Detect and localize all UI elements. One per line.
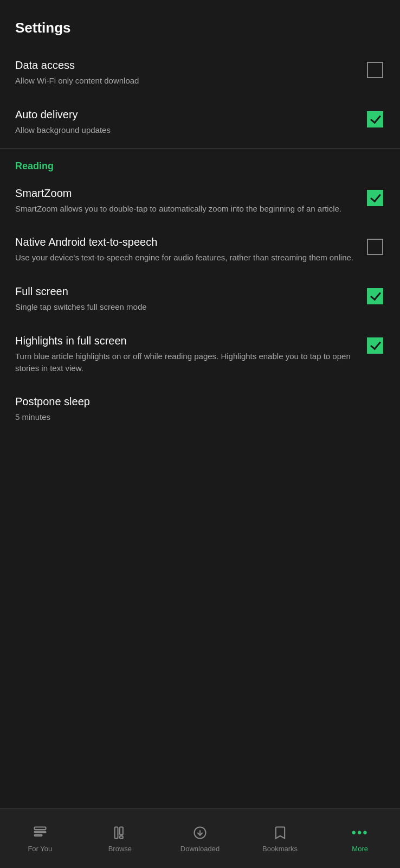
data-access-checkbox[interactable] bbox=[365, 60, 385, 80]
svg-rect-2 bbox=[34, 835, 42, 836]
auto-delivery-text: Auto delivery Allow background updates bbox=[15, 108, 365, 136]
browse-svg bbox=[112, 825, 127, 840]
nav-bookmarks[interactable]: Bookmarks bbox=[240, 809, 320, 868]
svg-rect-1 bbox=[34, 832, 46, 833]
native-tts-item: Native Android text-to-speech Use your d… bbox=[0, 226, 400, 276]
browse-icon bbox=[111, 824, 128, 841]
native-tts-desc: Use your device's text-to-speech engine … bbox=[15, 252, 354, 264]
for-you-label: For You bbox=[28, 845, 52, 853]
svg-rect-5 bbox=[120, 836, 123, 839]
postpone-sleep-desc: 5 minutes bbox=[15, 411, 374, 423]
highlights-checkbox[interactable] bbox=[365, 336, 385, 355]
full-screen-item: Full screen Single tap switches full scr… bbox=[0, 276, 400, 325]
for-you-icon bbox=[31, 824, 49, 841]
highlights-text: Highlights in full screen Turn blue arti… bbox=[15, 335, 365, 374]
data-access-item: Data access Allow Wi-Fi only content dow… bbox=[0, 49, 400, 99]
highlights-title: Highlights in full screen bbox=[15, 335, 354, 347]
nav-downloaded[interactable]: Downloaded bbox=[160, 809, 240, 868]
smart-zoom-text: SmartZoom SmartZoom allows you to double… bbox=[15, 187, 365, 215]
native-tts-checkbox-unchecked bbox=[367, 239, 383, 255]
data-access-text: Data access Allow Wi-Fi only content dow… bbox=[15, 59, 365, 87]
settings-page: Settings Data access Allow Wi-Fi only co… bbox=[0, 0, 400, 868]
more-dots: ••• bbox=[352, 826, 369, 839]
nav-browse[interactable]: Browse bbox=[80, 809, 160, 868]
full-screen-desc: Single tap switches full screen mode bbox=[15, 301, 354, 313]
reading-section-header: Reading bbox=[0, 149, 400, 177]
nav-for-you[interactable]: For You bbox=[0, 809, 80, 868]
highlights-full-screen-item: Highlights in full screen Turn blue arti… bbox=[0, 325, 400, 386]
svg-rect-0 bbox=[34, 827, 46, 830]
data-access-checkbox-unchecked bbox=[367, 62, 383, 78]
auto-delivery-checkbox-checked bbox=[367, 111, 383, 127]
bottom-nav: For You Browse Downloaded bbox=[0, 808, 400, 868]
nav-more[interactable]: ••• More bbox=[320, 809, 400, 868]
full-screen-checkbox-checked bbox=[367, 288, 383, 304]
auto-delivery-desc: Allow background updates bbox=[15, 124, 354, 136]
smart-zoom-title: SmartZoom bbox=[15, 187, 354, 200]
highlights-desc: Turn blue article highlights on or off w… bbox=[15, 350, 354, 374]
postpone-sleep-item: Postpone sleep 5 minutes bbox=[0, 386, 400, 435]
smart-zoom-item: SmartZoom SmartZoom allows you to double… bbox=[0, 177, 400, 227]
svg-rect-4 bbox=[120, 827, 123, 835]
highlights-checkbox-checked bbox=[367, 337, 383, 354]
data-access-title: Data access bbox=[15, 59, 354, 72]
smart-zoom-checkbox-checked bbox=[367, 190, 383, 206]
postpone-sleep-text: Postpone sleep 5 minutes bbox=[15, 395, 385, 423]
smart-zoom-desc: SmartZoom allows you to double-tap to au… bbox=[15, 203, 354, 215]
for-you-svg bbox=[33, 825, 48, 840]
downloaded-label: Downloaded bbox=[180, 845, 220, 853]
auto-delivery-checkbox[interactable] bbox=[365, 110, 385, 129]
smart-zoom-checkbox[interactable] bbox=[365, 188, 385, 208]
downloaded-svg bbox=[192, 825, 208, 840]
auto-delivery-item: Auto delivery Allow background updates bbox=[0, 99, 400, 148]
bookmarks-icon bbox=[272, 824, 289, 841]
more-icon: ••• bbox=[351, 824, 369, 841]
svg-rect-3 bbox=[115, 827, 118, 839]
postpone-sleep-title: Postpone sleep bbox=[15, 395, 374, 408]
full-screen-text: Full screen Single tap switches full scr… bbox=[15, 285, 365, 313]
native-tts-text: Native Android text-to-speech Use your d… bbox=[15, 236, 365, 264]
auto-delivery-title: Auto delivery bbox=[15, 108, 354, 121]
bookmarks-svg bbox=[273, 825, 288, 840]
data-access-desc: Allow Wi-Fi only content download bbox=[15, 75, 354, 87]
bookmarks-label: Bookmarks bbox=[262, 845, 298, 853]
main-content: Settings Data access Allow Wi-Fi only co… bbox=[0, 0, 400, 500]
browse-label: Browse bbox=[108, 845, 132, 853]
full-screen-checkbox[interactable] bbox=[365, 286, 385, 306]
downloaded-icon bbox=[191, 824, 209, 841]
native-tts-title: Native Android text-to-speech bbox=[15, 236, 354, 248]
full-screen-title: Full screen bbox=[15, 285, 354, 298]
more-label: More bbox=[352, 845, 368, 853]
page-title: Settings bbox=[0, 0, 400, 49]
native-tts-checkbox[interactable] bbox=[365, 237, 385, 257]
